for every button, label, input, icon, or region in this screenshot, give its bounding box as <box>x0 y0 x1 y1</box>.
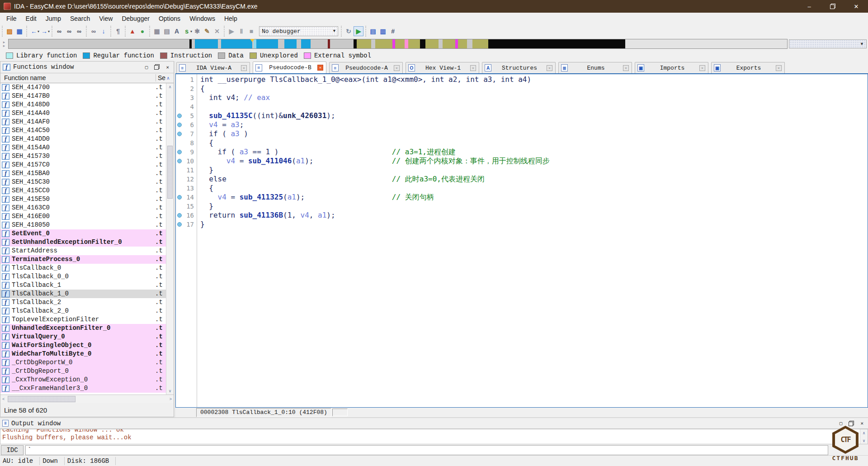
panel-float-icon[interactable] <box>154 64 160 70</box>
function-row[interactable]: f__CxxFrameHandler3_0.t <box>0 384 166 393</box>
breakpoint-icon[interactable] <box>177 222 182 227</box>
line-number-gutter[interactable]: 2 <box>176 84 197 93</box>
menu-help[interactable]: Help <box>220 14 242 24</box>
tab-hex-view-1[interactable]: OHex View-1✕ <box>406 62 479 73</box>
line-number-gutter[interactable]: 13 <box>176 184 197 193</box>
breakpoint-icon[interactable] <box>177 123 182 127</box>
debugger-options-icon[interactable]: ↻ <box>344 26 354 36</box>
tab-pseudocode-b[interactable]: ≡Pseudocode-B✕ <box>253 62 326 73</box>
breakpoint-icon[interactable] <box>177 213 182 218</box>
line-number-gutter[interactable]: 9 <box>176 147 197 157</box>
debug-start-icon[interactable]: ▶ <box>226 26 236 36</box>
jump-next-icon[interactable]: ↓ <box>99 26 108 36</box>
function-row[interactable]: fSEH_415CC0.t <box>0 186 166 195</box>
navigation-band[interactable] <box>8 39 788 49</box>
line-number-gutter[interactable]: 4 <box>176 102 197 111</box>
debug-stop-icon[interactable]: ■ <box>246 26 256 36</box>
line-number-gutter[interactable]: 16 <box>176 211 197 220</box>
function-row[interactable]: fSEH_4147B0.t <box>0 92 166 100</box>
line-number-gutter[interactable]: 6 <box>176 120 197 129</box>
function-row[interactable]: fSEH_4157C0.t <box>0 161 166 169</box>
modules-icon[interactable]: # <box>388 26 398 36</box>
output-float-icon[interactable] <box>849 421 854 426</box>
idc-language-button[interactable]: IDC <box>1 445 24 455</box>
function-row[interactable]: fSetEvent_0.t <box>0 229 166 238</box>
scroll-down-icon[interactable]: ∨ <box>169 387 172 395</box>
menu-edit[interactable]: Edit <box>21 14 41 24</box>
scroll-right-icon[interactable]: > <box>170 397 172 401</box>
function-row[interactable]: fUnhandledExceptionFilter_0.t <box>0 324 166 333</box>
scroll-up-icon[interactable]: ∧ <box>169 83 172 90</box>
line-number-gutter[interactable]: 12 <box>176 175 197 184</box>
menu-windows[interactable]: Windows <box>185 14 220 24</box>
menu-debugger[interactable]: Debugger <box>117 14 154 24</box>
function-row[interactable]: fVirtualQuery_0.t <box>0 333 166 341</box>
search-text-icon[interactable]: ¶ <box>113 26 123 36</box>
tab-close-icon[interactable]: ✕ <box>699 65 705 71</box>
pseudocode-area[interactable]: 1int __userpurge TlsCallback_1_0@<eax>(i… <box>176 74 868 407</box>
menu-search[interactable]: Search <box>66 14 94 24</box>
breakpoint-icon[interactable] <box>177 132 182 136</box>
function-row[interactable]: fSEH_415E50.t <box>0 195 166 204</box>
breakpoint-icon[interactable] <box>177 150 182 154</box>
nav-forward-icon-dropdown[interactable]: ▾ <box>48 29 50 33</box>
menu-view[interactable]: View <box>94 14 117 24</box>
breakpoint-icon[interactable] <box>177 114 182 118</box>
scroll-left-icon[interactable]: < <box>2 397 5 401</box>
function-row[interactable]: fTopLevelExceptionFilter.t <box>0 315 166 324</box>
line-number-gutter[interactable]: 11 <box>176 166 197 175</box>
function-row[interactable]: fSetUnhandledExceptionFilter_0.t <box>0 238 166 247</box>
jump-by-address-icon[interactable]: ∞ <box>74 26 84 36</box>
watch-list-icon[interactable]: ▥ <box>378 26 388 36</box>
panel-close-icon[interactable]: ✕ <box>166 64 169 70</box>
tab-exports[interactable]: ▣Exports✕ <box>711 62 785 73</box>
line-number-gutter[interactable]: 5 <box>176 111 197 120</box>
tab-enums[interactable]: ≣Enums✕ <box>558 62 632 73</box>
search-icon[interactable]: ∞ <box>89 26 99 36</box>
tab-close-icon[interactable]: ✕ <box>547 65 552 71</box>
line-number-gutter[interactable]: 8 <box>176 138 197 147</box>
tab-close-icon[interactable]: ✕ <box>776 65 782 71</box>
save-icon[interactable]: ▦ <box>14 26 24 36</box>
function-row[interactable]: fTlsCallback_2.t <box>0 298 166 307</box>
tab-imports[interactable]: ▣Imports✕ <box>635 62 708 73</box>
function-row[interactable]: fTlsCallback_1_0.t <box>0 290 166 298</box>
tab-ida-view-a[interactable]: ≡IDA View-A✕ <box>176 62 250 73</box>
make-name-icon[interactable]: A <box>172 26 182 36</box>
jump-by-name-icon[interactable]: ∞ <box>54 26 64 36</box>
navband-zoom-control[interactable]: ▼ <box>789 39 867 48</box>
function-row[interactable]: fSEH_415BA0.t <box>0 169 166 178</box>
function-row[interactable]: fSEH_414C50.t <box>0 126 166 135</box>
continue-process-icon[interactable]: ▶ <box>354 26 363 36</box>
functions-vscrollbar[interactable]: ∧ ∨ <box>166 83 174 395</box>
undefine-icon[interactable]: ✕ <box>212 26 222 36</box>
function-row[interactable]: fTerminateProcess_0.t <box>0 255 166 264</box>
function-row[interactable]: fTlsCallback_2_0.t <box>0 307 166 315</box>
jump-by-text-icon[interactable]: ∞ <box>64 26 74 36</box>
make-data-icon[interactable]: ▤ <box>162 26 172 36</box>
line-number-gutter[interactable]: 10 <box>176 157 197 166</box>
menu-options[interactable]: Options <box>154 14 185 24</box>
function-row[interactable]: fSEH_414DD0.t <box>0 135 166 143</box>
function-row[interactable]: fSEH_414AF0.t <box>0 118 166 126</box>
function-row[interactable]: fTlsCallback_0.t <box>0 264 166 272</box>
panel-maximize-icon[interactable]: ▢ <box>145 64 148 70</box>
breakpoint-list-icon[interactable]: ▤ <box>368 26 378 36</box>
function-row[interactable]: fSEH_414A40.t <box>0 109 166 118</box>
tab-close-icon[interactable]: ✕ <box>241 65 247 71</box>
functions-hscrollbar[interactable]: < > <box>0 395 174 403</box>
edit-function-icon[interactable]: ✎ <box>202 26 212 36</box>
tab-close-icon[interactable]: ✕ <box>394 65 400 71</box>
tab-structures[interactable]: AStructures✕ <box>482 62 556 73</box>
functions-list-header[interactable]: Function name Se∧ <box>0 73 174 83</box>
output-log[interactable]: Caching 'Functions window'... okFlushing… <box>0 429 868 444</box>
function-row[interactable]: fWideCharToMultiByte_0.t <box>0 350 166 358</box>
tab-close-icon[interactable]: ✕ <box>470 65 476 71</box>
breakpoint-icon[interactable] <box>177 159 182 163</box>
function-row[interactable]: fSEH_415C30.t <box>0 178 166 186</box>
tab-pseudocode-a[interactable]: ≡Pseudocode-A✕ <box>329 62 403 73</box>
function-row[interactable]: fTlsCallback_0_0.t <box>0 272 166 281</box>
function-row[interactable]: f_CrtDbgReport_0.t <box>0 367 166 376</box>
column-function-name[interactable]: Function name <box>0 74 156 81</box>
scroll-thumb-horizontal[interactable] <box>8 396 75 402</box>
